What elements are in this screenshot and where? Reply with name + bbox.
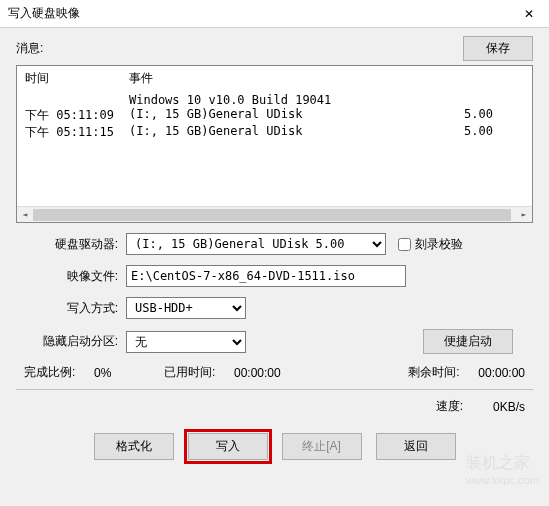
close-button[interactable]: ✕ bbox=[509, 0, 549, 28]
log-cell-event: Windows 10 v10.0 Build 19041 bbox=[129, 93, 464, 107]
progress-row: 完成比例: 0% 已用时间: 00:00:00 剩余时间: 00:00:00 bbox=[16, 364, 533, 381]
log-row: 下午 05:11:09 (I:, 15 GB)General UDisk 5.0… bbox=[25, 107, 524, 124]
log-header-event: 事件 bbox=[129, 70, 153, 87]
verify-label: 刻录校验 bbox=[415, 236, 463, 253]
hiddenboot-select[interactable]: 无 bbox=[126, 331, 246, 353]
drive-select[interactable]: (I:, 15 GB)General UDisk 5.00 bbox=[126, 233, 386, 255]
log-cell-time bbox=[25, 93, 129, 107]
scroll-thumb[interactable] bbox=[33, 209, 511, 221]
content-area: 消息: 保存 时间 事件 Windows 10 v10.0 Build 1904… bbox=[0, 28, 549, 476]
speed-row: 速度: 0KB/s bbox=[16, 398, 533, 415]
writemode-select[interactable]: USB-HDD+ bbox=[126, 297, 246, 319]
remain-value: 00:00:00 bbox=[478, 366, 525, 380]
separator bbox=[16, 389, 533, 390]
image-row: 映像文件: bbox=[36, 265, 513, 287]
drive-label: 硬盘驱动器: bbox=[36, 236, 126, 253]
verify-checkbox-wrap[interactable]: 刻录校验 bbox=[398, 236, 463, 253]
log-cell-val: 5.00 bbox=[464, 107, 524, 124]
info-label: 消息: bbox=[16, 40, 463, 57]
complete-label: 完成比例: bbox=[24, 364, 94, 381]
form-area: 硬盘驱动器: (I:, 15 GB)General UDisk 5.00 刻录校… bbox=[16, 233, 533, 354]
log-cell-val bbox=[464, 93, 524, 107]
horizontal-scrollbar[interactable]: ◄ ► bbox=[17, 206, 532, 222]
log-cell-time: 下午 05:11:09 bbox=[25, 107, 129, 124]
speed-label: 速度: bbox=[436, 398, 463, 415]
log-cell-time: 下午 05:11:15 bbox=[25, 124, 129, 141]
log-cell-val: 5.00 bbox=[464, 124, 524, 141]
image-file-input[interactable] bbox=[126, 265, 406, 287]
log-header-time: 时间 bbox=[25, 70, 129, 87]
writemode-row: 写入方式: USB-HDD+ bbox=[36, 297, 513, 319]
log-cell-event: (I:, 15 GB)General UDisk bbox=[129, 124, 464, 141]
window-title: 写入硬盘映像 bbox=[8, 5, 509, 22]
drive-row: 硬盘驱动器: (I:, 15 GB)General UDisk 5.00 刻录校… bbox=[36, 233, 513, 255]
log-cell-event: (I:, 15 GB)General UDisk bbox=[129, 107, 464, 124]
remain-label: 剩余时间: bbox=[408, 364, 478, 381]
back-button[interactable]: 返回 bbox=[376, 433, 456, 460]
log-rows: Windows 10 v10.0 Build 19041 下午 05:11:09… bbox=[25, 93, 524, 141]
elapsed-value: 00:00:00 bbox=[234, 366, 304, 380]
verify-checkbox[interactable] bbox=[398, 238, 411, 251]
log-panel: 时间 事件 Windows 10 v10.0 Build 19041 下午 05… bbox=[16, 65, 533, 223]
titlebar: 写入硬盘映像 ✕ bbox=[0, 0, 549, 28]
log-row: 下午 05:11:15 (I:, 15 GB)General UDisk 5.0… bbox=[25, 124, 524, 141]
scroll-right-icon[interactable]: ► bbox=[516, 207, 532, 223]
abort-button: 终止[A] bbox=[282, 433, 362, 460]
write-button[interactable]: 写入 bbox=[188, 433, 268, 460]
image-label: 映像文件: bbox=[36, 268, 126, 285]
log-row: Windows 10 v10.0 Build 19041 bbox=[25, 93, 524, 107]
format-button[interactable]: 格式化 bbox=[94, 433, 174, 460]
save-button[interactable]: 保存 bbox=[463, 36, 533, 61]
log-header: 时间 事件 bbox=[25, 70, 524, 87]
hiddenboot-label: 隐藏启动分区: bbox=[36, 333, 126, 350]
hiddenboot-row: 隐藏启动分区: 无 便捷启动 bbox=[36, 329, 513, 354]
elapsed-label: 已用时间: bbox=[164, 364, 234, 381]
scroll-left-icon[interactable]: ◄ bbox=[17, 207, 33, 223]
writemode-label: 写入方式: bbox=[36, 300, 126, 317]
convenient-boot-button[interactable]: 便捷启动 bbox=[423, 329, 513, 354]
button-row: 格式化 写入 终止[A] 返回 bbox=[16, 425, 533, 468]
info-bar: 消息: 保存 bbox=[16, 36, 533, 61]
scroll-track[interactable] bbox=[33, 207, 516, 223]
speed-value: 0KB/s bbox=[493, 400, 525, 414]
close-icon: ✕ bbox=[524, 7, 534, 21]
complete-value: 0% bbox=[94, 366, 164, 380]
